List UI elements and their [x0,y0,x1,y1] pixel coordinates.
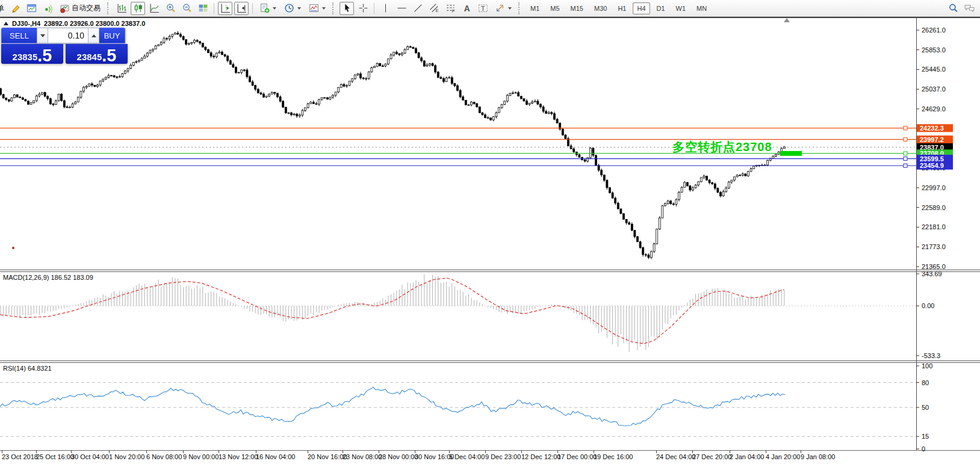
one-click-trade-panel: SELL BUY 23835.5 23845.5 [1,28,128,64]
svg-text:25445.0: 25445.0 [922,66,946,73]
channel-icon: E [429,3,439,13]
volume-decrease-button[interactable] [37,28,48,43]
svg-text:23454.9: 23454.9 [920,162,944,169]
timeframe-W1[interactable]: W1 [672,2,690,14]
sell-button[interactable]: SELL [1,28,37,43]
svg-text:28 Nov 00:00: 28 Nov 00:00 [379,453,418,460]
volume-input[interactable] [48,28,88,43]
svg-text:-533.3: -533.3 [922,352,940,359]
svg-text:F: F [451,9,454,13]
templates-button[interactable] [306,2,329,15]
chart-title: DJ30-,H4 23892.0 23926.0 23800.0 23837.0 [4,20,145,27]
line-chart-button[interactable] [147,2,161,15]
triangle-up-icon [91,34,96,37]
candlestick-chart-button[interactable] [131,2,145,15]
svg-text:23599.5: 23599.5 [920,155,944,162]
sell-price-pip: .5 [37,46,52,64]
signal-icon [43,3,53,13]
auto-scroll-icon [237,3,247,13]
fibonacci-button[interactable]: F [443,2,457,15]
new-order-partial-label[interactable]: 单 [0,3,7,14]
search-button[interactable] [946,2,960,15]
buy-price-box[interactable]: 23845.5 [66,44,128,64]
autotrading-icon [60,3,70,13]
macd-indicator-label: MACD(12,26,9) 186.52 183.09 [3,274,93,281]
periods-button[interactable] [281,2,304,15]
cursor-button[interactable] [340,2,354,15]
timeframe-H1[interactable]: H1 [613,2,630,14]
window-frame-line [0,17,980,18]
svg-text:24629.0: 24629.0 [922,105,946,113]
auto-scroll-button[interactable] [234,2,249,15]
zoom-in-button[interactable] [163,2,178,15]
collapse-icon[interactable] [4,22,8,25]
text-label-button[interactable]: T [476,2,490,15]
rsi-indicator-label: RSI(14) 64.8321 [3,365,52,372]
toolbar-separator [374,3,374,14]
svg-text:13 Nov 12:00: 13 Nov 12:00 [219,453,258,460]
timeframe-H4[interactable]: H4 [633,2,650,14]
autotrading-button[interactable]: 自动交易 [57,2,104,15]
timeframe-M1[interactable]: M1 [526,2,544,14]
toolbar-grip [332,2,336,14]
svg-text:343.69: 343.69 [922,270,942,277]
tile-windows-button[interactable] [196,2,210,15]
svg-text:23 Nov 08:00: 23 Nov 08:00 [343,453,382,460]
svg-text:0.00: 0.00 [922,302,934,309]
timeframe-D1[interactable]: D1 [653,2,669,14]
arrows-icon [495,3,505,13]
autotrading-label: 自动交易 [72,3,101,13]
zoom-out-button[interactable] [179,2,194,15]
svg-text:1 Nov 20:00: 1 Nov 20:00 [109,453,144,460]
bar-chart-button[interactable] [114,2,129,15]
toolbar: 单 自动交易 [0,0,980,17]
timeframe-MN[interactable]: MN [692,2,711,14]
svg-text:80: 80 [922,379,929,386]
trendline-icon [413,3,423,13]
timeframe-M30[interactable]: M30 [590,2,611,14]
toolbar-grip [107,2,111,14]
signal-button[interactable] [40,2,55,15]
svg-text:6 Nov 08:00: 6 Nov 08:00 [146,453,182,460]
crayon-tool-button[interactable] [8,2,22,15]
line-chart-icon [149,3,160,13]
tile-windows-icon [198,3,208,13]
vertical-line-button[interactable] [378,2,392,15]
crosshair-icon [358,3,368,13]
indicators-button[interactable] [256,2,279,15]
text-button[interactable]: A [459,2,474,15]
trendline-button[interactable] [411,2,425,15]
chat-button[interactable] [962,2,976,15]
new-chart-button[interactable] [24,2,39,15]
text-label-icon: T [478,3,488,13]
sell-price-box[interactable]: 23835.5 [1,44,63,64]
timeframe-M5[interactable]: M5 [546,2,563,14]
arrows-button[interactable] [492,2,515,15]
clock-icon [284,3,294,13]
svg-text:16 Nov 04:00: 16 Nov 04:00 [256,453,295,460]
indicator-add-icon [259,3,270,13]
timeframe-M15[interactable]: M15 [566,2,588,14]
volume-increase-button[interactable] [88,28,99,43]
svg-text:2 Jan 04:00: 2 Jan 04:00 [730,453,764,460]
svg-text:4 Jan 20:00: 4 Jan 20:00 [766,453,801,460]
chart-annotation-text[interactable]: 多空转折点23708 [672,139,772,155]
svg-text:9 Nov 00:00: 9 Nov 00:00 [183,453,219,460]
candlestick-icon [133,3,143,13]
chart-shift-button[interactable] [218,2,232,15]
zoom-in-icon [166,3,176,13]
caret-down-icon [508,7,512,10]
toolbar-grip [518,2,522,14]
triangle-down-icon [40,34,45,37]
crosshair-button[interactable] [356,2,370,15]
chart-canvas[interactable]: 26261.025853.025445.025037.024629.024221… [0,0,980,467]
horizontal-line-button[interactable] [394,2,409,15]
mt4-window: 26261.025853.025445.025037.024629.024221… [0,0,980,467]
bar-chart-icon [117,3,127,13]
buy-button[interactable]: BUY [99,28,125,43]
svg-text:0: 0 [922,445,925,453]
svg-text:23 Oct 2018: 23 Oct 2018 [2,453,38,460]
channel-button[interactable]: E [427,2,441,15]
svg-text:9 Jan 08:00: 9 Jan 08:00 [801,453,836,460]
svg-text:E: E [435,8,438,13]
